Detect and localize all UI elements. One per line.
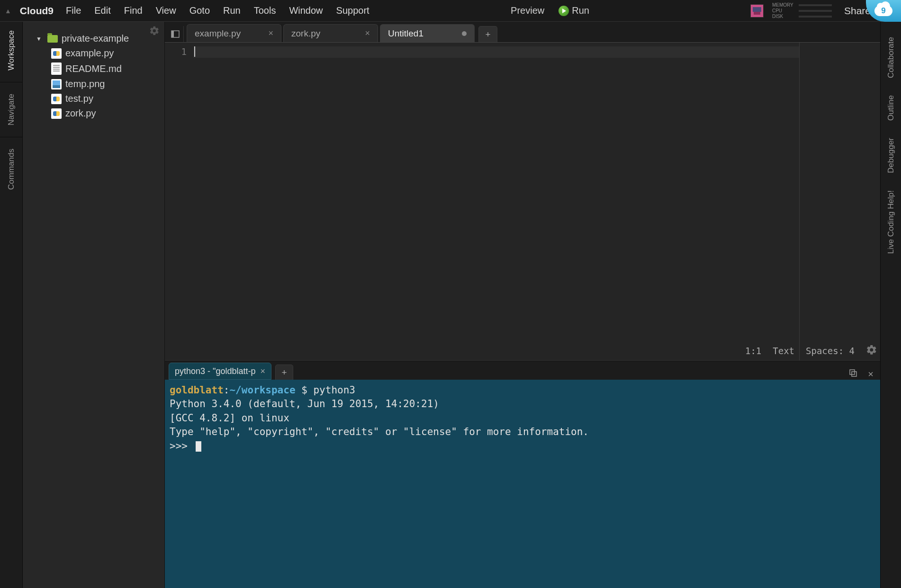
tab-zork[interactable]: zork.py × <box>283 24 378 42</box>
rail-commands[interactable]: Commands <box>7 140 16 198</box>
file-name: README.md <box>65 63 122 74</box>
play-icon <box>559 6 569 16</box>
term-line: [GCC 4.8.2] on linux <box>170 411 875 425</box>
rail-collaborate[interactable]: Collaborate <box>886 28 896 87</box>
tab-example[interactable]: example.py × <box>187 24 281 42</box>
cursor-position[interactable]: 1:1 <box>745 346 761 356</box>
term-cmd: python3 <box>313 384 355 396</box>
file-row-example[interactable]: example.py <box>23 46 164 61</box>
new-tab-button[interactable]: + <box>478 26 497 42</box>
panel-toggle-icon[interactable] <box>167 26 184 42</box>
close-icon[interactable]: × <box>268 28 273 38</box>
python-icon <box>51 48 62 59</box>
terminal-tabs: python3 - "goldblatt-p × + × <box>165 361 880 380</box>
topbar: ▲ Cloud9 File Edit Find View Goto Run To… <box>0 0 901 22</box>
menu-tools[interactable]: Tools <box>254 5 276 16</box>
editor[interactable]: 1 1:1 Text Spaces: 4 <box>165 43 880 361</box>
rail-navigate[interactable]: Navigate <box>7 85 16 134</box>
term-repl-prompt: >>> <box>170 440 194 452</box>
maximize-icon[interactable] <box>849 369 857 380</box>
file-row-temp[interactable]: temp.png <box>23 77 164 91</box>
image-icon <box>51 79 62 89</box>
folder-expand-icon[interactable]: ▼ <box>36 36 42 42</box>
folder-name: private-example <box>62 33 129 44</box>
meter-memory-bar <box>799 4 832 6</box>
sidebar-gear-icon[interactable] <box>149 26 160 38</box>
right-rail: Collaborate Outline Debugger Live Coding… <box>880 22 901 588</box>
svg-rect-1 <box>171 31 174 37</box>
tab-label: zork.py <box>291 28 320 39</box>
editor-text[interactable]: 1:1 Text Spaces: 4 <box>193 43 880 360</box>
menu-find[interactable]: Find <box>124 5 143 16</box>
rail-live-coding[interactable]: Live Coding Help! <box>886 182 896 262</box>
menu-window[interactable]: Window <box>289 5 323 16</box>
term-path: ~/workspace <box>229 384 295 396</box>
indent-setting[interactable]: Spaces: 4 <box>806 346 855 356</box>
close-icon[interactable]: × <box>365 28 370 38</box>
cursor <box>194 46 195 57</box>
menu-view[interactable]: View <box>156 5 176 16</box>
meter-cpu-bar <box>799 10 832 12</box>
language-mode[interactable]: Text <box>773 346 794 356</box>
term-line: Type "help", "copyright", "credits" or "… <box>170 425 875 439</box>
editor-tabs: example.py × zork.py × Untitled1 + <box>165 22 880 43</box>
terminal-tab[interactable]: python3 - "goldblatt-p × <box>169 363 271 380</box>
file-tree: ▼ private-example example.py README.md t… <box>23 22 165 588</box>
rail-outline[interactable]: Outline <box>886 87 896 129</box>
terminal[interactable]: goldblatt:~/workspace $ python3 Python 3… <box>165 380 880 588</box>
term-user: goldblatt <box>170 384 224 396</box>
term-prompt: $ <box>296 384 314 396</box>
avatar[interactable] <box>750 4 764 18</box>
term-line: Python 3.4.0 (default, Jun 19 2015, 14:2… <box>170 397 875 411</box>
gear-icon[interactable] <box>866 344 877 357</box>
run-label: Run <box>572 5 589 16</box>
resource-meters[interactable]: MEMORY CPU DISK <box>772 2 832 19</box>
meter-disk-bar <box>799 16 832 18</box>
print-margin <box>799 43 800 360</box>
svg-rect-3 <box>852 372 856 376</box>
tab-label: Untitled1 <box>388 28 423 39</box>
meter-disk-label: DISK <box>772 14 796 19</box>
menu-file[interactable]: File <box>66 5 81 16</box>
cloud9-badge-text: 9 <box>881 6 885 16</box>
menu-support[interactable]: Support <box>336 5 369 16</box>
close-panel-icon[interactable]: × <box>868 369 874 380</box>
preview-button[interactable]: Preview <box>511 5 544 16</box>
folder-icon <box>47 35 58 43</box>
menu-bar: File Edit Find View Goto Run Tools Windo… <box>66 5 369 16</box>
tab-untitled1[interactable]: Untitled1 <box>380 24 475 42</box>
tab-label: example.py <box>195 28 241 39</box>
file-name: test.py <box>65 93 93 104</box>
line-number: 1 <box>165 46 187 57</box>
menu-edit[interactable]: Edit <box>94 5 110 16</box>
python-icon <box>51 108 62 119</box>
file-name: example.py <box>65 48 114 59</box>
file-row-zork[interactable]: zork.py <box>23 106 164 121</box>
term-sep: : <box>224 384 230 396</box>
rail-debugger[interactable]: Debugger <box>886 129 896 182</box>
left-rail: Workspace Navigate Commands <box>0 22 23 588</box>
status-bar: 1:1 Text Spaces: 4 <box>745 344 877 357</box>
file-row-test[interactable]: test.py <box>23 91 164 106</box>
file-name: temp.png <box>65 79 105 89</box>
python-icon <box>51 94 62 104</box>
menu-goto[interactable]: Goto <box>189 5 210 16</box>
new-terminal-button[interactable]: + <box>275 365 293 380</box>
folder-row[interactable]: ▼ private-example <box>23 31 164 46</box>
brand[interactable]: Cloud9 <box>20 5 54 17</box>
menu-run[interactable]: Run <box>223 5 241 16</box>
file-name: zork.py <box>65 108 96 119</box>
term-cursor <box>196 441 201 452</box>
svg-rect-2 <box>850 370 855 374</box>
terminal-tab-label: python3 - "goldblatt-p <box>175 366 256 376</box>
file-row-readme[interactable]: README.md <box>23 61 164 77</box>
content-area: example.py × zork.py × Untitled1 + 1 <box>165 22 880 588</box>
close-icon[interactable]: × <box>261 366 266 376</box>
gutter: 1 <box>165 43 193 360</box>
meter-memory-label: MEMORY <box>772 2 796 8</box>
collapse-icon[interactable]: ▲ <box>5 7 11 15</box>
run-button[interactable]: Run <box>559 5 589 16</box>
cloud9-badge[interactable]: 9 <box>866 0 901 22</box>
meter-cpu-label: CPU <box>772 8 796 13</box>
rail-workspace[interactable]: Workspace <box>7 22 16 79</box>
